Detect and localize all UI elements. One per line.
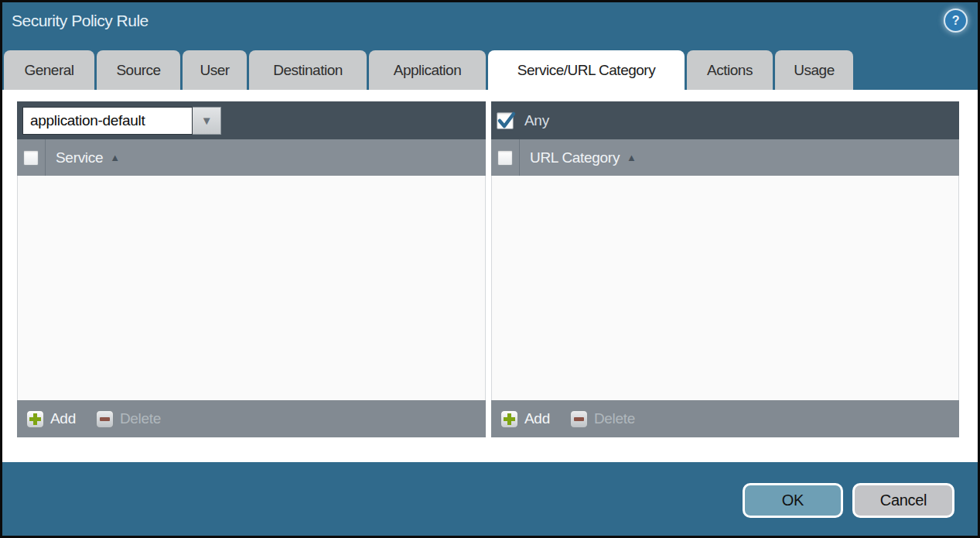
add-icon — [500, 410, 518, 428]
service-add-button[interactable]: Add — [26, 410, 76, 428]
service-type-input[interactable] — [22, 107, 193, 135]
any-checkbox-label: Any — [524, 112, 549, 129]
service-column-label: Service — [56, 149, 103, 166]
any-checkbox[interactable] — [497, 112, 514, 129]
url-category-list — [491, 176, 959, 400]
tab-panel-service-url-category: ▼ Service ▲ Add Delete — [2, 90, 978, 462]
url-category-add-button[interactable]: Add — [500, 410, 550, 428]
service-column-header[interactable]: Service ▲ — [17, 139, 486, 176]
chevron-down-icon: ▼ — [201, 114, 213, 127]
ok-button[interactable]: OK — [743, 483, 843, 518]
service-type-dropdown[interactable]: ▼ — [22, 107, 221, 135]
url-category-select-all-checkbox[interactable] — [497, 150, 513, 166]
dialog-title: Security Policy Rule — [12, 12, 149, 30]
url-category-column-header[interactable]: URL Category ▲ — [491, 139, 959, 176]
tab-service-url-category[interactable]: Service/URL Category — [488, 50, 685, 90]
tab-application[interactable]: Application — [369, 50, 486, 90]
url-category-panel-footer: Add Delete — [491, 400, 959, 437]
tab-destination[interactable]: Destination — [249, 50, 367, 90]
service-delete-button[interactable]: Delete — [96, 410, 161, 428]
dropdown-arrow-button[interactable]: ▼ — [193, 107, 221, 135]
sort-ascending-icon: ▲ — [627, 152, 637, 163]
tab-general[interactable]: General — [4, 50, 94, 90]
url-category-delete-button[interactable]: Delete — [570, 410, 635, 428]
checkmark-icon — [497, 111, 517, 131]
service-select-all-checkbox[interactable] — [23, 150, 39, 166]
delete-icon — [96, 410, 114, 428]
cancel-button[interactable]: Cancel — [852, 483, 954, 518]
tab-usage[interactable]: Usage — [775, 50, 853, 90]
url-category-column-label: URL Category — [530, 149, 620, 166]
tab-bar: General Source User Destination Applicat… — [4, 50, 853, 90]
security-policy-rule-dialog: Security Policy Rule ? General Source Us… — [0, 0, 980, 538]
service-panel-header: ▼ — [17, 101, 486, 139]
add-icon — [26, 410, 44, 428]
service-list — [17, 176, 486, 400]
url-category-panel-header: Any — [491, 101, 959, 139]
service-panel-footer: Add Delete — [17, 400, 486, 437]
sort-ascending-icon: ▲ — [110, 152, 120, 163]
tab-source[interactable]: Source — [97, 50, 180, 90]
tab-actions[interactable]: Actions — [687, 50, 773, 90]
delete-icon — [570, 410, 588, 428]
service-panel: ▼ Service ▲ Add Delete — [17, 101, 486, 437]
url-category-panel: Any URL Category ▲ Add Delete — [491, 101, 959, 437]
tab-user[interactable]: User — [183, 50, 247, 90]
help-icon[interactable]: ? — [945, 10, 966, 31]
